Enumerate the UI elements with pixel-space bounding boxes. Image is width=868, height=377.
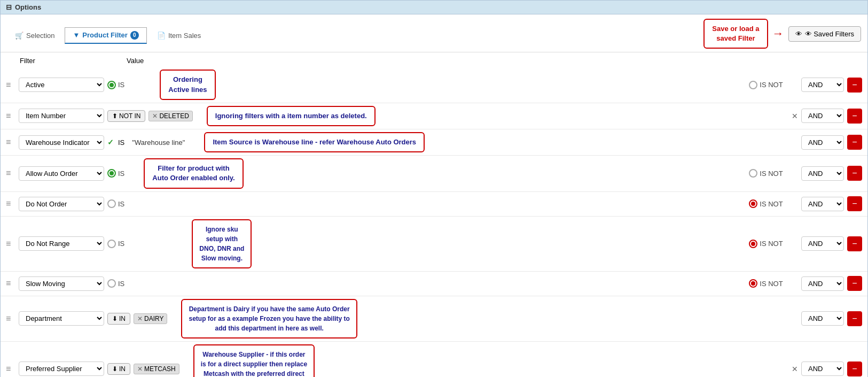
tab-product-filter[interactable]: ▼ Product Filter 0	[65, 27, 146, 44]
tab-selection[interactable]: 🛒 Selection	[7, 28, 62, 43]
not-in-button[interactable]: ⬆ NOT IN	[107, 110, 145, 122]
condition-select-auto-order[interactable]: AND	[801, 166, 844, 181]
value-area-item-number: ⬆ NOT IN ✕ DELETED Ignoring filters with…	[107, 106, 798, 126]
annotation-dno-dnr-slow: Ignore skusetup withDNO, DNR andSlow mov…	[192, 219, 252, 268]
save-load-annotation: Save or load asaved Filter	[703, 19, 768, 49]
remove-dnr-button[interactable]: −	[847, 236, 862, 251]
drag-handle[interactable]: ≡	[6, 279, 15, 288]
value-area-auto-order: IS Filter for product withAuto Order ena…	[107, 158, 798, 188]
filter-select-warehouse[interactable]: Warehouse Indicator	[19, 135, 104, 150]
tag-metcash: ✕ METCASH	[134, 364, 179, 374]
isnot-auto-order[interactable]: IS NOT	[734, 169, 798, 178]
value-area-preferred-supplier: ⬇ IN ✕ METCASH Warehouse Supplier - if t…	[107, 344, 798, 378]
remove-warehouse-button[interactable]: −	[847, 135, 862, 150]
radio-is-dnr[interactable]: IS	[107, 240, 124, 248]
tag-deleted: ✕ DELETED	[148, 111, 192, 121]
radio-is-slow[interactable]: IS	[107, 279, 124, 288]
tabs-bar: 🛒 Selection ▼ Product Filter 0 📄 Item Sa…	[1, 14, 867, 52]
isnot-active[interactable]: IS NOT	[734, 81, 798, 89]
filter-select-dno[interactable]: Do Not Order	[19, 197, 104, 211]
filter-select-active[interactable]: Active	[19, 78, 104, 92]
radio-circle-is	[107, 81, 116, 89]
remove-department-button[interactable]: −	[847, 311, 862, 326]
remove-item-number-button[interactable]: −	[847, 109, 862, 124]
filter-badge: 0	[130, 31, 139, 40]
upload-icon: ⬆	[112, 112, 118, 120]
clear-preferred-supplier[interactable]: ✕	[792, 365, 798, 373]
in-button-supplier[interactable]: ⬇ IN	[107, 363, 130, 375]
drag-handle[interactable]: ≡	[6, 364, 15, 374]
value-area-dno: IS IS NOT	[107, 199, 798, 208]
condition-select-dnr[interactable]: AND	[801, 236, 844, 251]
download-icon-supplier: ⬇	[112, 365, 118, 373]
tab-item-sales[interactable]: 📄 Item Sales	[149, 28, 209, 43]
title-icon: ⊟	[6, 3, 12, 11]
value-area-dnr: IS Ignore skusetup withDNO, DNR andSlow …	[107, 219, 798, 268]
filter-select-slow-moving[interactable]: Slow Moving	[19, 276, 104, 291]
filter-select-preferred-supplier[interactable]: Preferred Supplier	[19, 361, 104, 376]
filter-icon: ▼	[73, 31, 80, 39]
annotation-item-number: Ignoring filters with a item number as d…	[207, 106, 376, 126]
value-area-department: ⬇ IN ✕ DAIRY Department is Dairy if you …	[107, 299, 798, 338]
radio-circle-isnot-slow	[749, 279, 757, 288]
condition-select-slow[interactable]: AND	[801, 276, 844, 291]
drag-handle[interactable]: ≡	[6, 137, 15, 147]
clear-item-number[interactable]: ✕	[792, 112, 798, 120]
table-row: ≡ Active IS OrderingActive lines IS NOT	[1, 67, 867, 103]
annotation-department: Department is Dairy if you have the same…	[181, 299, 357, 338]
radio-circle-isnot-dno	[749, 199, 757, 208]
drag-handle[interactable]: ≡	[6, 168, 15, 178]
title-bar: ⊟ Options	[1, 1, 867, 14]
x-tag-deleted[interactable]: ✕	[152, 112, 158, 120]
drag-handle[interactable]: ≡	[6, 111, 15, 121]
table-row: ≡ Do Not Range IS Ignore skusetup withDN…	[1, 217, 867, 272]
filter-select-dnr[interactable]: Do Not Range	[19, 236, 104, 251]
condition-select-active[interactable]: AND OR	[801, 78, 844, 92]
isnot-dno[interactable]: IS NOT	[734, 199, 798, 208]
annotation-preferred-supplier: Warehouse Supplier - if this orderis for…	[193, 344, 315, 378]
drag-handle[interactable]: ≡	[6, 199, 15, 209]
filter-select-item-number[interactable]: Item Number	[19, 109, 104, 123]
column-headers: Filter Value	[1, 52, 867, 67]
remove-slow-button[interactable]: −	[847, 276, 862, 291]
item-sales-icon: 📄	[157, 32, 166, 40]
filter-select-auto-order[interactable]: Allow Auto Order	[19, 166, 104, 181]
radio-circle-is-slow	[107, 279, 116, 288]
x-tag-metcash[interactable]: ✕	[137, 365, 143, 373]
condition-select-supplier[interactable]: AND	[801, 361, 844, 376]
table-row: ≡ Do Not Order IS IS NOT AND −	[1, 192, 867, 217]
value-area-active: IS OrderingActive lines IS NOT	[107, 70, 798, 99]
drag-handle[interactable]: ≡	[6, 314, 15, 324]
quoted-value-warehouse: "Warehouse line"	[132, 139, 185, 147]
selection-icon: 🛒	[15, 32, 24, 40]
table-row: ≡ Item Number ⬆ NOT IN ✕ DELETED Ignorin…	[1, 103, 867, 129]
main-window: ⊟ Options 🛒 Selection ▼ Product Filter 0…	[0, 0, 868, 377]
condition-select-warehouse[interactable]: AND	[801, 135, 844, 150]
radio-is-dno[interactable]: IS	[107, 199, 124, 208]
window-title: Options	[15, 3, 41, 11]
saved-filters-button[interactable]: 👁 👁 Saved Filters	[788, 26, 861, 42]
filter-select-department[interactable]: Department	[19, 311, 104, 326]
radio-circle-is-auto	[107, 169, 116, 178]
table-row: ≡ Preferred Supplier ⬇ IN ✕ METCASH Ware…	[1, 342, 867, 378]
table-row: ≡ Department ⬇ IN ✕ DAIRY Department is …	[1, 296, 867, 342]
remove-dno-button[interactable]: −	[847, 196, 862, 211]
radio-is-active[interactable]: IS	[107, 81, 124, 89]
radio-circle-is-dnr	[107, 240, 116, 248]
condition-select-item-number[interactable]: AND	[801, 109, 844, 123]
radio-is-auto-order[interactable]: IS	[107, 169, 124, 178]
isnot-slow[interactable]: IS NOT	[734, 279, 798, 288]
in-button-department[interactable]: ⬇ IN	[107, 313, 130, 325]
value-area-warehouse: ✓ IS "Warehouse line" Item Source is War…	[107, 132, 798, 152]
remove-supplier-button[interactable]: −	[847, 361, 862, 376]
remove-auto-order-button[interactable]: −	[847, 166, 862, 181]
drag-handle[interactable]: ≡	[6, 239, 15, 249]
isnot-dnr[interactable]: IS NOT	[734, 240, 798, 248]
condition-select-dno[interactable]: AND	[801, 197, 844, 211]
drag-handle[interactable]: ≡	[6, 80, 15, 90]
remove-active-button[interactable]: −	[847, 78, 862, 93]
x-tag-dairy[interactable]: ✕	[137, 315, 143, 322]
condition-select-department[interactable]: AND	[801, 311, 844, 326]
table-row: ≡ Allow Auto Order IS Filter for product…	[1, 156, 867, 191]
arrow-to-saved-filters: →	[772, 27, 784, 41]
